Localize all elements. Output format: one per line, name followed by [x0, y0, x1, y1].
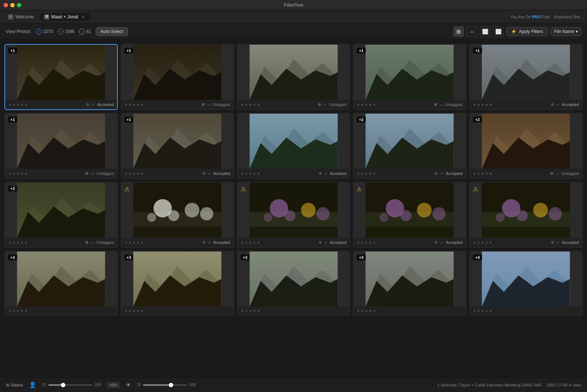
window-controls[interactable] [4, 3, 21, 7]
plus-badge: +2 [357, 117, 366, 122]
view-single-button[interactable]: ▭ [467, 26, 477, 37]
photo-card-3[interactable]: ★ ★ ★ ★ ★ — Untagged [237, 44, 350, 110]
status-icon: ✓ [91, 102, 96, 107]
plus-badge: +4 [473, 254, 482, 260]
star-2: ★ [245, 309, 248, 313]
slider-group-1[interactable]: 25 100 [42, 383, 101, 387]
star-5: ★ [373, 241, 376, 245]
star-4: ★ [369, 103, 372, 107]
rejected-icon: — [58, 29, 63, 34]
apply-filters-button[interactable]: ⚡ Apply Filters [506, 27, 548, 36]
star-5: ★ [489, 103, 492, 107]
status-label: Accepted [446, 240, 463, 245]
view-grid-button[interactable]: ⊞ [453, 26, 464, 37]
photo-status-area: ✓ Accepted [319, 240, 347, 245]
star-rating[interactable]: ★ ★ ★ ★ ★ [357, 241, 376, 245]
star-3: ★ [249, 241, 252, 245]
star-rating[interactable]: ★ ★ ★ ★ ★ [124, 172, 144, 176]
photo-card-11[interactable]: +2 ★ ★ ★ ★ ★ — Untagged [4, 182, 118, 248]
photo-card-5[interactable]: +1 ★ ★ ★ ★ ★ ✓ Accepted [469, 44, 583, 110]
star-rating[interactable]: ★ ★ ★ ★ ★ [357, 103, 376, 107]
star-1: ★ [357, 103, 360, 107]
star-rating[interactable]: ★ ★ ★ ★ ★ [8, 309, 28, 313]
star-1: ★ [8, 309, 11, 313]
star-rating[interactable]: ★ ★ ★ ★ ★ [473, 103, 492, 107]
photo-card-10[interactable]: +2 ★ ★ ★ ★ ★ — Untagged [469, 113, 583, 179]
tabbar: F Welcome 🖼 Maari + Jonat ✕ You Are On P… [0, 10, 587, 23]
star-rating[interactable]: ★ ★ ★ ★ ★ [241, 103, 260, 107]
auto-select-button[interactable]: Auto-Select [96, 27, 128, 36]
file-name-select[interactable]: File Name ▾ [551, 27, 581, 36]
star-rating[interactable]: ★ ★ ★ ★ ★ [473, 172, 492, 176]
photo-card-6[interactable]: +1 ★ ★ ★ ★ ★ — Untagged [4, 113, 118, 179]
star-3: ★ [481, 241, 484, 245]
star-rating[interactable]: ★ ★ ★ ★ ★ [357, 172, 376, 176]
view-count: 2082 / 2740 in view [546, 383, 581, 387]
maximize-button[interactable] [17, 3, 21, 7]
minimize-button[interactable] [10, 3, 15, 7]
svg-rect-48 [249, 227, 338, 238]
slider-2-track[interactable] [143, 384, 187, 386]
photo-card-7[interactable]: +1 ★ ★ ★ ★ ★ ✓ Accepted [121, 113, 234, 179]
star-2: ★ [128, 309, 132, 313]
photo-card-2[interactable]: +1 ★ ★ ★ ★ ★ — Untagged [121, 44, 234, 110]
photo-card-14[interactable]: ⚠ ★ ★ ★ ★ ★ ✓ Accepted [353, 182, 466, 248]
slider-1-thumb[interactable] [61, 383, 65, 387]
photo-card-15[interactable]: ⚠ ★ ★ ★ ★ ★ ✓ Accepted [469, 182, 583, 248]
star-2: ★ [12, 103, 15, 107]
view-split2-button[interactable]: ⬜ [493, 26, 503, 37]
tab-welcome[interactable]: F Welcome [4, 13, 38, 21]
photo-status-area: — Untagged [550, 171, 579, 176]
tab-close-button[interactable]: ✕ [80, 14, 85, 19]
star-rating[interactable]: ★ ★ ★ ★ ★ [473, 241, 492, 245]
photo-footer: ★ ★ ★ ★ ★ ✓ Accepted [470, 100, 582, 109]
star-rating[interactable]: ★ ★ ★ ★ ★ [124, 309, 144, 313]
photo-card-17[interactable]: +3 ★ ★ ★ ★ ★ [121, 251, 234, 316]
star-rating[interactable]: ★ ★ ★ ★ ★ [241, 309, 260, 313]
photo-card-20[interactable]: +4 ★ ★ ★ ★ ★ [469, 251, 583, 316]
star-rating[interactable]: ★ ★ ★ ★ ★ [357, 309, 376, 313]
star-rating[interactable]: ★ ★ ★ ★ ★ [8, 172, 28, 176]
photo-card-4[interactable]: +1 ★ ★ ★ ★ ★ — Untagged [353, 44, 466, 110]
close-button[interactable] [4, 3, 8, 7]
star-rating[interactable]: ★ ★ ★ ★ ★ [241, 172, 260, 176]
status-icon: — [555, 171, 560, 176]
photo-status-area: — Untagged [202, 102, 230, 107]
keyboard-shortcut-label: Keyboard Sho... [554, 15, 583, 19]
photo-grid: +1 ★ ★ ★ ★ ★ ✓ Accepted [4, 44, 583, 316]
slider-1-track[interactable] [48, 384, 92, 386]
svg-point-52 [401, 210, 412, 221]
photo-status-area: — Untagged [85, 240, 114, 245]
star-rating[interactable]: ★ ★ ★ ★ ★ [124, 241, 144, 245]
slider-2-thumb[interactable] [169, 383, 173, 387]
photo-footer: ★ ★ ★ ★ ★ ✓ Accepted [470, 238, 582, 247]
star-1: ★ [473, 103, 476, 107]
photo-footer: ★ ★ ★ ★ ★ [121, 307, 233, 315]
status-dot [434, 103, 437, 106]
photo-card-16[interactable]: +3 ★ ★ ★ ★ ★ [4, 251, 118, 316]
tab-maari-icon: 🖼 [44, 14, 49, 19]
slider-group-2[interactable]: 25 100 [137, 383, 196, 387]
status-label: Accepted [562, 102, 579, 107]
status-label: Untagged [96, 240, 114, 245]
star-rating[interactable]: ★ ★ ★ ★ ★ [8, 103, 28, 107]
star-4: ★ [253, 241, 256, 245]
star-rating[interactable]: ★ ★ ★ ★ ★ [241, 241, 260, 245]
photo-card-19[interactable]: +3 ★ ★ ★ ★ ★ [353, 251, 466, 316]
star-rating[interactable]: ★ ★ ★ ★ ★ [124, 103, 144, 107]
chevron-down-icon: ▾ [576, 29, 578, 34]
photo-card-8[interactable]: ★ ★ ★ ★ ★ ✓ Accepted [237, 113, 350, 179]
tab-maari-jonat[interactable]: 🖼 Maari + Jonat ✕ [40, 13, 90, 21]
star-rating[interactable]: ★ ★ ★ ★ ★ [8, 241, 28, 245]
photo-card-12[interactable]: ⚠ ★ ★ ★ ★ ★ ✓ Accepted [121, 182, 234, 248]
status-icon: ✓ [439, 240, 444, 245]
svg-point-38 [147, 213, 156, 222]
untagged-icon: ○ [79, 29, 85, 34]
photo-card-18[interactable]: +3 ★ ★ ★ ★ ★ [237, 251, 350, 316]
star-2: ★ [128, 103, 132, 107]
view-split1-button[interactable]: ⬜ [480, 26, 490, 37]
photo-card-1[interactable]: +1 ★ ★ ★ ★ ★ ✓ Accepted [4, 44, 118, 110]
star-rating[interactable]: ★ ★ ★ ★ ★ [473, 309, 492, 313]
photo-card-13[interactable]: ⚠ ★ ★ ★ ★ ★ ✓ Accepted [237, 182, 350, 248]
photo-card-9[interactable]: +2 ★ ★ ★ ★ ★ ✓ Accepted [353, 113, 466, 179]
